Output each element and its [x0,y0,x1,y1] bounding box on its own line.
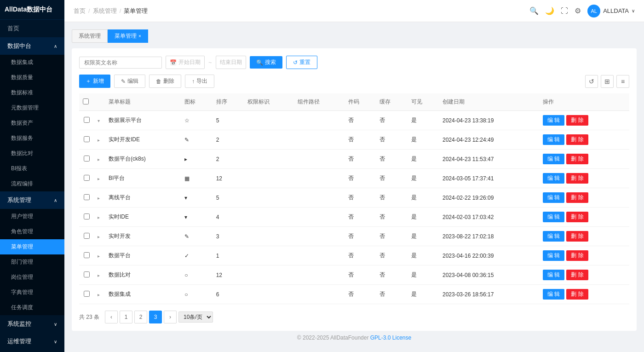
export-button[interactable]: ↑ 导出 [185,75,214,88]
row-edit-button[interactable]: 编 辑 [543,212,564,222]
row-checkbox[interactable] [84,156,90,162]
row-checkbox[interactable] [84,291,90,297]
sidebar-sub-meta-mgmt[interactable]: 元数据管理 [0,100,64,115]
breadcrumb-sys[interactable]: 系统管理 [93,7,117,15]
row-perm [244,246,294,265]
license-link[interactable]: GPL-3.0 License [370,335,411,341]
sidebar-sub-flow-edit[interactable]: 流程编排 [0,176,64,191]
row-edit-button[interactable]: 编 辑 [543,115,564,126]
page-size-select[interactable]: 10条/页 20条/页 50条/页 [178,312,213,323]
row-checkbox[interactable] [84,252,90,258]
sidebar-sub-user-mgmt[interactable]: 用户管理 [0,209,64,224]
search-button[interactable]: 🔍 搜索 [250,56,282,69]
sidebar-item-home[interactable]: 首页 [0,20,64,37]
expand-icon[interactable]: ▸ [98,157,100,162]
prev-page-button[interactable]: ‹ [105,311,118,323]
row-edit-button[interactable]: 编 辑 [543,173,564,184]
row-sort: 3 [213,227,244,246]
next-page-button[interactable]: › [164,311,177,323]
sidebar-sub-menu-mgmt[interactable]: 菜单管理 [0,239,64,254]
density-button[interactable]: ≡ [616,75,629,88]
breadcrumb-home[interactable]: 首页 [74,7,86,15]
expand-cell: ▸ [94,285,105,304]
sidebar-group-header-data-center[interactable]: 数据中台 ∧ [0,37,64,55]
row-checkbox[interactable] [84,233,90,239]
search-icon[interactable]: 🔍 [529,6,539,15]
add-button[interactable]: ＋ 新增 [79,75,110,88]
row-sort: 1 [213,246,244,265]
page-2-button[interactable]: 2 [134,311,147,323]
row-edit-button[interactable]: 编 辑 [543,192,564,203]
expand-icon[interactable]: ▸ [98,234,100,239]
sidebar-group-header-sys-mgmt[interactable]: 系统管理 ∧ [0,191,64,209]
row-actions: 编 辑 删 除 [539,285,629,304]
select-all-checkbox[interactable] [83,98,89,104]
sidebar-sub-data-collection[interactable]: 数据集成 [0,55,64,70]
sidebar-sub-role-mgmt[interactable]: 角色管理 [0,224,64,239]
row-delete-button[interactable]: 删 除 [566,134,588,145]
tab-menu-mgmt[interactable]: 菜单管理 × [108,29,148,43]
sidebar-sub-post-mgmt[interactable]: 岗位管理 [0,270,64,285]
row-checkbox[interactable] [84,117,90,123]
expand-icon[interactable]: ▸ [98,215,100,220]
user-menu[interactable]: AL ALLDATA ∨ [587,5,635,17]
topbar-right: 🔍 🌙 ⛶ ⚙ AL ALLDATA ∨ [529,5,635,17]
sidebar-sub-dept-mgmt[interactable]: 部门管理 [0,254,64,270]
sidebar-sub-data-asset[interactable]: 数据资产 [0,115,64,131]
tab-close-icon[interactable]: × [138,34,141,39]
sidebar-sub-data-compare[interactable]: 数据比对 [0,146,64,161]
settings-icon[interactable]: ⚙ [575,6,581,15]
date-range-end[interactable]: 结束日期 [216,56,246,69]
reset-button[interactable]: ↺ 重置 [286,56,317,69]
row-delete-button[interactable]: 删 除 [566,173,588,184]
expand-icon[interactable]: ▸ [98,176,100,181]
theme-icon[interactable]: 🌙 [545,6,554,15]
row-edit-button[interactable]: 编 辑 [543,289,564,300]
row-delete-button[interactable]: 删 除 [566,154,588,164]
sidebar-group-header-sys-monitor[interactable]: 系统监控 ∨ [0,315,64,333]
expand-icon[interactable]: ▸ [98,292,100,297]
sidebar-sub-data-service[interactable]: 数据服务 [0,131,64,146]
sidebar-sub-bi-report[interactable]: BI报表 [0,161,64,176]
search-input[interactable] [79,57,162,69]
row-edit-button[interactable]: 编 辑 [543,154,564,164]
row-delete-button[interactable]: 删 除 [566,250,588,261]
sidebar-group-header-ops-mgmt[interactable]: 运维管理 ∨ [0,333,64,350]
sidebar-group-header-data-platform[interactable]: 数据平台 ∨ [0,350,64,352]
row-delete-button[interactable]: 删 除 [566,289,588,300]
row-delete-button[interactable]: 删 除 [566,231,588,242]
sidebar-sub-data-standard[interactable]: 数据标准 [0,85,64,100]
row-edit-button[interactable]: 编 辑 [543,134,564,145]
row-delete-button[interactable]: 删 除 [566,192,588,203]
expand-icon[interactable]: ▸ [98,273,100,278]
expand-icon[interactable]: ▸ [98,254,100,259]
tab-sys-mgmt[interactable]: 系统管理 [72,29,108,43]
row-delete-button[interactable]: 删 除 [566,270,588,280]
row-checkbox-cell [79,246,94,265]
row-delete-button[interactable]: 删 除 [566,212,588,222]
fullscreen-icon[interactable]: ⛶ [561,7,568,15]
row-checkbox[interactable] [84,136,90,142]
expand-icon[interactable]: ▾ [98,118,100,123]
expand-icon[interactable]: ▸ [98,138,100,143]
edit-button[interactable]: ✎ 编辑 [114,75,145,88]
page-total: 共 23 条 [79,313,99,321]
sidebar-sub-data-quality[interactable]: 数据质量 [0,70,64,85]
row-checkbox[interactable] [84,194,90,200]
row-checkbox[interactable] [84,271,90,277]
row-edit-button[interactable]: 编 辑 [543,270,564,280]
row-edit-button[interactable]: 编 辑 [543,250,564,261]
sidebar-sub-task-schedule[interactable]: 任务调度 [0,300,64,315]
refresh-button[interactable]: ↺ [585,75,598,88]
row-checkbox[interactable] [84,214,90,219]
page-3-button[interactable]: 3 [149,311,162,323]
column-settings-button[interactable]: ⊞ [601,75,614,88]
date-range-start[interactable]: 📅 开始日期 [166,56,205,69]
row-edit-button[interactable]: 编 辑 [543,231,564,242]
page-1-button[interactable]: 1 [120,311,132,323]
expand-icon[interactable]: ▸ [98,196,100,201]
delete-button[interactable]: 🗑 删除 [149,75,181,88]
row-delete-button[interactable]: 删 除 [566,115,588,126]
sidebar-sub-dict-mgmt[interactable]: 字典管理 [0,285,64,300]
row-checkbox[interactable] [84,175,90,181]
